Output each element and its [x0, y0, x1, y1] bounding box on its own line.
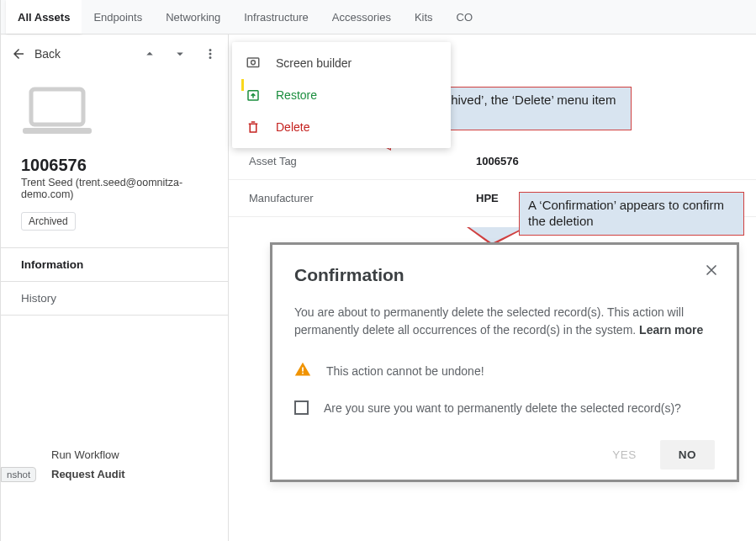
dialog-warning-row: This action cannot be undone!: [294, 361, 715, 380]
dialog-body-text: You are about to permanently delete the …: [294, 305, 684, 337]
trash-icon: [246, 119, 261, 135]
dialog-checkbox-label: Are you sure you want to permanently del…: [324, 401, 681, 415]
tab-endpoints[interactable]: Endpoints: [82, 0, 154, 34]
menu-screen-builder[interactable]: Screen builder: [232, 47, 451, 79]
app-root: All Assets Endpoints Networking Infrastr…: [0, 0, 756, 541]
menu-delete[interactable]: Delete: [232, 111, 451, 143]
top-tabs: All Assets Endpoints Networking Infrastr…: [1, 0, 756, 34]
label-asset-tag: Asset Tag: [249, 155, 476, 167]
value-manufacturer: HPE: [476, 192, 499, 204]
tab-networking[interactable]: Networking: [154, 0, 232, 34]
svg-rect-6: [302, 373, 304, 374]
menu-delete-label: Delete: [276, 120, 309, 134]
warning-icon: [294, 361, 311, 380]
chevron-down-icon[interactable]: [172, 46, 188, 61]
close-icon[interactable]: [703, 262, 720, 281]
svg-point-3: [251, 61, 256, 65]
sidebar-item-information[interactable]: Information: [1, 248, 228, 282]
detail-toolbar: Back: [1, 34, 228, 74]
restore-icon: [246, 88, 261, 103]
tab-co[interactable]: CO: [445, 0, 485, 34]
sidebar: Back: [1, 34, 229, 541]
tab-all-assets[interactable]: All Assets: [6, 0, 82, 34]
learn-more-link[interactable]: Learn more: [639, 323, 703, 337]
svg-rect-1: [23, 128, 92, 134]
arrow-left-icon: [11, 46, 26, 61]
menu-screen-builder-label: Screen builder: [276, 56, 352, 70]
label-manufacturer: Manufacturer: [249, 192, 476, 204]
annotation-pointer-fill: [469, 227, 525, 243]
back-button[interactable]: Back: [11, 46, 61, 61]
value-asset-tag: 1006576: [476, 155, 519, 167]
tab-infrastructure[interactable]: Infrastructure: [232, 0, 320, 34]
screen-builder-icon: [246, 56, 261, 71]
chevron-up-icon[interactable]: [142, 46, 157, 61]
no-button[interactable]: NO: [660, 440, 715, 469]
overflow-menu: Screen builder Restore Delete: [232, 42, 451, 148]
row-asset-tag: Asset Tag 1006576: [229, 143, 756, 180]
tab-accessories[interactable]: Accessories: [320, 0, 403, 34]
svg-rect-5: [302, 368, 304, 372]
menu-restore[interactable]: Restore: [232, 79, 451, 111]
dialog-actions: YES NO: [294, 440, 715, 469]
menu-restore-label: Restore: [276, 88, 317, 102]
confirm-checkbox[interactable]: [294, 400, 309, 415]
svg-rect-0: [31, 89, 83, 125]
asset-user: Trent Seed (trent.seed@oomnitza-demo.com…: [1, 177, 228, 212]
confirmation-dialog: Confirmation You are about to permanentl…: [270, 242, 739, 482]
overlay-chip: nshot: [1, 467, 36, 482]
back-label: Back: [34, 47, 61, 61]
tab-kits[interactable]: Kits: [403, 0, 445, 34]
dialog-warning-text: This action cannot be undone!: [326, 364, 484, 378]
asset-illustration: [1, 74, 228, 149]
more-vertical-icon[interactable]: [203, 46, 218, 61]
run-workflow-link[interactable]: Run Workflow: [1, 445, 228, 464]
dialog-confirm-row: Are you sure you want to permanently del…: [294, 400, 715, 415]
annotation-confirmation: A ‘Confirmation’ appears to confirm the …: [519, 192, 744, 236]
asset-id: 1006576: [1, 149, 228, 177]
dialog-body: You are about to permanently delete the …: [294, 304, 715, 339]
status-badge: Archived: [21, 212, 76, 231]
toolbar-icons: [142, 46, 218, 61]
svg-rect-2: [247, 58, 259, 67]
dialog-title: Confirmation: [294, 265, 715, 285]
sidebar-item-history[interactable]: History: [1, 282, 228, 316]
yes-button[interactable]: YES: [597, 440, 652, 469]
status-badge-row: Archived: [1, 212, 228, 231]
